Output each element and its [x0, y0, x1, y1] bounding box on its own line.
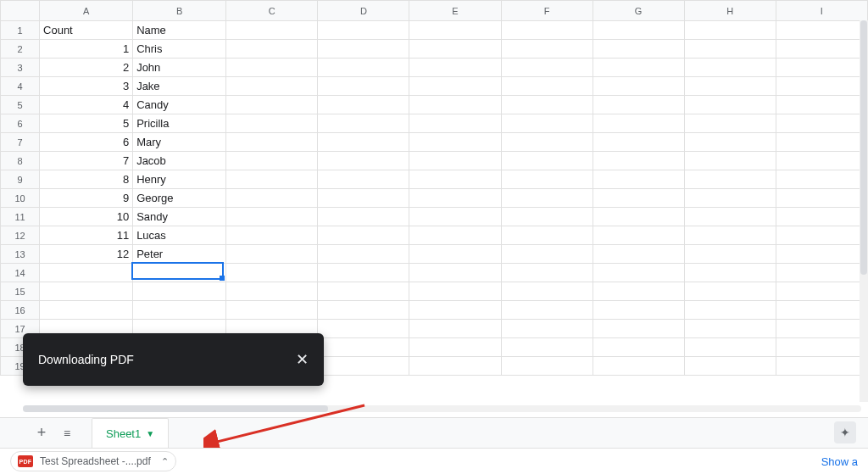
cell-E9[interactable] [409, 170, 501, 189]
cell-C16[interactable] [226, 301, 318, 320]
cell-B8[interactable]: Jacob [133, 152, 226, 170]
cell-D8[interactable] [318, 152, 409, 170]
column-header-I[interactable]: I [776, 1, 867, 21]
horizontal-scrollbar[interactable] [23, 405, 861, 412]
row-header-16[interactable]: 16 [1, 301, 40, 320]
cell-I3[interactable] [776, 59, 867, 77]
cell-H19[interactable] [684, 357, 776, 376]
cell-H10[interactable] [684, 189, 776, 208]
cell-H12[interactable] [684, 226, 776, 245]
cell-B13[interactable]: Peter [133, 245, 226, 264]
cell-E3[interactable] [409, 59, 501, 77]
cell-C9[interactable] [226, 170, 318, 189]
cell-B15[interactable] [133, 282, 226, 301]
cell-C3[interactable] [226, 59, 318, 77]
cell-F11[interactable] [501, 208, 593, 226]
cell-F5[interactable] [501, 96, 593, 114]
cell-A3[interactable]: 2 [40, 59, 133, 77]
cell-C14[interactable] [226, 264, 318, 282]
cell-C5[interactable] [226, 96, 318, 114]
cell-C2[interactable] [226, 40, 318, 59]
cell-B7[interactable]: Mary [133, 133, 226, 152]
cell-D18[interactable] [318, 338, 409, 357]
cell-F13[interactable] [501, 245, 593, 264]
cell-G7[interactable] [593, 133, 684, 152]
cell-B4[interactable]: Jake [133, 77, 226, 96]
row-header-6[interactable]: 6 [1, 114, 40, 133]
cell-H14[interactable] [684, 264, 776, 282]
download-item[interactable]: PDF Test Spreadsheet -....pdf ⌃ [10, 451, 176, 471]
cell-E5[interactable] [409, 96, 501, 114]
cell-E4[interactable] [409, 77, 501, 96]
cell-C15[interactable] [226, 282, 318, 301]
cell-B2[interactable]: Chris [133, 40, 226, 59]
cell-A4[interactable]: 3 [40, 77, 133, 96]
cell-I6[interactable] [776, 114, 867, 133]
cell-G1[interactable] [593, 21, 684, 40]
cell-D4[interactable] [318, 77, 409, 96]
cell-B10[interactable]: George [133, 189, 226, 208]
cell-H16[interactable] [684, 301, 776, 320]
cell-I12[interactable] [776, 226, 867, 245]
cell-C10[interactable] [226, 189, 318, 208]
row-header-9[interactable]: 9 [1, 170, 40, 189]
cell-H8[interactable] [684, 152, 776, 170]
cell-F8[interactable] [501, 152, 593, 170]
sheet-tab-active[interactable]: Sheet1 ▼ [92, 418, 169, 448]
cell-I7[interactable] [776, 133, 867, 152]
row-header-2[interactable]: 2 [1, 40, 40, 59]
cell-H6[interactable] [684, 114, 776, 133]
cell-E17[interactable] [409, 320, 501, 338]
cell-E10[interactable] [409, 189, 501, 208]
cell-G11[interactable] [593, 208, 684, 226]
cell-B14[interactable] [133, 264, 226, 282]
row-header-14[interactable]: 14 [1, 264, 40, 282]
cell-A12[interactable]: 11 [40, 226, 133, 245]
add-sheet-button[interactable]: + [29, 421, 54, 446]
cell-C6[interactable] [226, 114, 318, 133]
cell-D17[interactable] [318, 320, 409, 338]
column-header-G[interactable]: G [593, 1, 684, 21]
vertical-scroll-thumb[interactable] [860, 20, 867, 275]
cell-F2[interactable] [501, 40, 593, 59]
cell-E18[interactable] [409, 338, 501, 357]
cell-E14[interactable] [409, 264, 501, 282]
cell-E7[interactable] [409, 133, 501, 152]
column-header-C[interactable]: C [226, 1, 318, 21]
cell-B12[interactable]: Lucas [133, 226, 226, 245]
cell-A1[interactable]: Count [40, 21, 133, 40]
cell-A6[interactable]: 5 [40, 114, 133, 133]
cell-F7[interactable] [501, 133, 593, 152]
cell-H5[interactable] [684, 96, 776, 114]
cell-I18[interactable] [776, 338, 867, 357]
cell-I14[interactable] [776, 264, 867, 282]
cell-D16[interactable] [318, 301, 409, 320]
cell-H4[interactable] [684, 77, 776, 96]
cell-E13[interactable] [409, 245, 501, 264]
explore-button[interactable]: ✦ [834, 421, 856, 443]
cell-C1[interactable] [226, 21, 318, 40]
cell-F14[interactable] [501, 264, 593, 282]
cell-G5[interactable] [593, 96, 684, 114]
show-all-downloads-link[interactable]: Show a [821, 455, 858, 468]
cell-E16[interactable] [409, 301, 501, 320]
cell-A16[interactable] [40, 301, 133, 320]
cell-G17[interactable] [593, 320, 684, 338]
cell-B6[interactable]: Pricilla [133, 114, 226, 133]
cell-G16[interactable] [593, 301, 684, 320]
cell-G2[interactable] [593, 40, 684, 59]
row-header-5[interactable]: 5 [1, 96, 40, 114]
cell-H7[interactable] [684, 133, 776, 152]
cell-D10[interactable] [318, 189, 409, 208]
cell-F12[interactable] [501, 226, 593, 245]
cell-G3[interactable] [593, 59, 684, 77]
cell-E19[interactable] [409, 357, 501, 376]
vertical-scrollbar[interactable] [860, 20, 868, 402]
cell-D15[interactable] [318, 282, 409, 301]
cell-B5[interactable]: Candy [133, 96, 226, 114]
cell-B3[interactable]: John [133, 59, 226, 77]
cell-C11[interactable] [226, 208, 318, 226]
row-header-15[interactable]: 15 [1, 282, 40, 301]
cell-F9[interactable] [501, 170, 593, 189]
cell-G8[interactable] [593, 152, 684, 170]
